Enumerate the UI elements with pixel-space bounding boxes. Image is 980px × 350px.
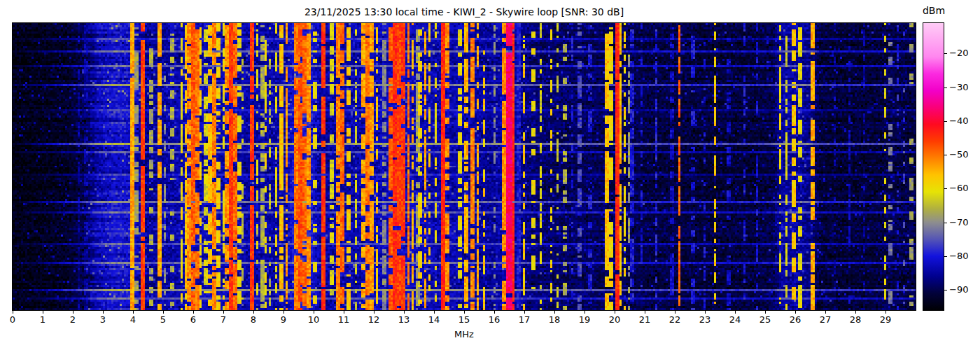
x-tick-mark xyxy=(434,311,435,314)
x-tick-mark xyxy=(855,311,856,314)
colorbar-tick-label: −60 xyxy=(949,183,968,193)
x-tick-label: 13 xyxy=(398,314,410,325)
x-tick-label: 2 xyxy=(70,314,76,325)
x-tick-label: 25 xyxy=(760,314,771,325)
spectrogram-figure: 23/11/2025 13:30 local time - KIWI_2 - S… xyxy=(0,0,980,350)
x-tick-label: 17 xyxy=(519,314,531,325)
colorbar xyxy=(923,22,944,311)
x-tick-label: 10 xyxy=(308,314,320,325)
x-tick-mark xyxy=(735,311,736,314)
x-tick-label: 12 xyxy=(368,314,380,325)
x-tick-mark xyxy=(314,311,314,314)
colorbar-tick-mark xyxy=(944,88,947,88)
colorbar-tick-label: −40 xyxy=(949,116,968,126)
x-tick-label: 7 xyxy=(220,314,226,325)
colorbar-tick-mark xyxy=(944,53,947,54)
x-tick-label: 15 xyxy=(458,314,470,325)
x-tick-mark xyxy=(344,311,344,314)
x-tick-label: 26 xyxy=(790,314,802,325)
colorbar-tick-label: −70 xyxy=(949,218,968,227)
x-tick-label: 29 xyxy=(880,314,892,325)
colorbar-tick-mark xyxy=(944,223,947,223)
x-tick-label: 27 xyxy=(820,314,832,325)
x-tick-label: 23 xyxy=(699,314,711,325)
x-tick-mark xyxy=(584,311,585,314)
plot-title: 23/11/2025 13:30 local time - KIWI_2 - S… xyxy=(12,6,916,18)
colorbar-axis: −20−30−40−50−60−70−80−90 xyxy=(944,23,975,310)
colorbar-tick-label: −20 xyxy=(949,48,968,58)
x-tick-label: 0 xyxy=(10,314,15,325)
x-tick-mark xyxy=(223,311,224,314)
x-tick-label: 16 xyxy=(489,314,500,325)
x-tick-label: 21 xyxy=(639,314,651,325)
x-tick-mark xyxy=(404,311,405,314)
x-tick-label: 20 xyxy=(609,314,621,325)
x-tick-mark xyxy=(675,311,676,314)
x-tick-mark xyxy=(524,311,525,314)
x-tick-label: 11 xyxy=(338,314,350,325)
x-tick-label: 5 xyxy=(160,314,166,325)
x-tick-label: 4 xyxy=(130,314,136,325)
x-tick-mark xyxy=(253,311,254,314)
x-tick-label: 9 xyxy=(281,314,286,325)
colorbar-tick-label: −90 xyxy=(949,285,968,295)
x-tick-mark xyxy=(615,311,615,314)
x-tick-mark xyxy=(374,311,374,314)
colorbar-title: dBm xyxy=(918,5,949,16)
colorbar-tick-label: −80 xyxy=(949,251,968,261)
x-tick-label: 24 xyxy=(729,314,741,325)
x-tick-label: 14 xyxy=(428,314,440,325)
waterfall-plot-area xyxy=(12,22,916,311)
x-tick-label: 28 xyxy=(850,314,862,325)
x-tick-label: 6 xyxy=(190,314,196,325)
colorbar-tick-mark xyxy=(944,188,947,189)
x-tick-label: 18 xyxy=(549,314,561,325)
colorbar-tick-label: −50 xyxy=(949,150,968,160)
colorbar-tick-mark xyxy=(944,256,947,257)
x-tick-mark xyxy=(464,311,465,314)
x-tick-mark xyxy=(765,311,766,314)
x-tick-mark xyxy=(825,311,826,314)
colorbar-tick-label: −30 xyxy=(949,83,968,92)
x-tick-mark xyxy=(73,311,74,314)
x-tick-mark xyxy=(284,311,284,314)
x-tick-mark xyxy=(705,311,706,314)
x-tick-mark xyxy=(193,311,194,314)
x-tick-label: 3 xyxy=(100,314,106,325)
colorbar-tick-mark xyxy=(944,290,947,290)
x-tick-mark xyxy=(494,311,495,314)
x-tick-mark xyxy=(43,311,43,314)
x-tick-mark xyxy=(163,311,164,314)
x-tick-label: 1 xyxy=(40,314,46,325)
x-tick-mark xyxy=(645,311,645,314)
x-tick-mark xyxy=(554,311,555,314)
x-tick-mark xyxy=(795,311,796,314)
x-tick-label: 19 xyxy=(579,314,591,325)
x-tick-mark xyxy=(13,311,13,314)
x-tick-mark xyxy=(886,311,886,314)
x-tick-mark xyxy=(103,311,104,314)
spectrogram-canvas xyxy=(13,23,916,310)
x-tick-label: 8 xyxy=(251,314,256,325)
x-tick-mark xyxy=(133,311,134,314)
x-tick-label: 22 xyxy=(669,314,681,325)
colorbar-tick-mark xyxy=(944,121,947,122)
x-axis-label: MHz xyxy=(12,329,916,340)
colorbar-tick-mark xyxy=(944,155,947,155)
